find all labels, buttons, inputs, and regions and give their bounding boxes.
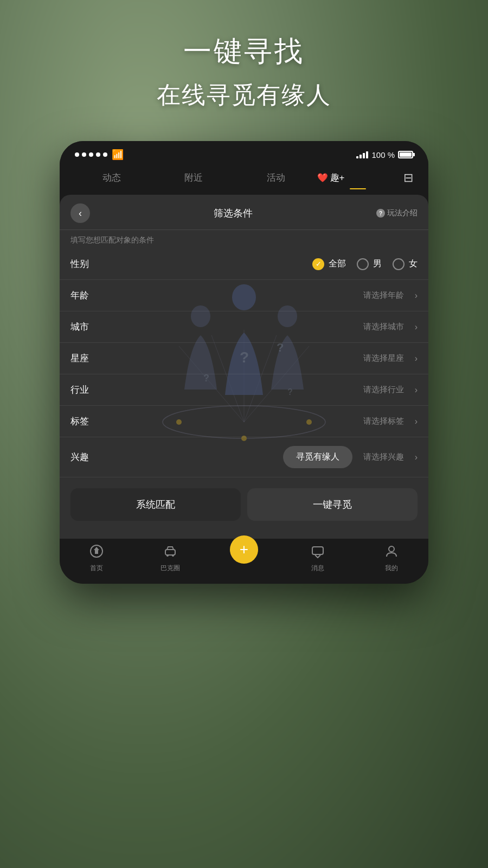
dot-3	[89, 152, 93, 157]
tag-row[interactable]: 标签 请选择标签 ›	[60, 406, 428, 437]
signal-dots	[75, 152, 107, 157]
svg-marker-17	[94, 547, 99, 550]
industry-chevron: ›	[415, 385, 418, 395]
nav-plus[interactable]: +	[207, 544, 281, 573]
city-row[interactable]: 城市 请选择城市 ›	[60, 311, 428, 343]
tag-content: 请选择标签 ›	[100, 416, 418, 426]
tag-label: 标签	[70, 415, 100, 427]
industry-label: 行业	[70, 384, 100, 396]
bar2	[359, 155, 362, 158]
status-right: 100 %	[356, 150, 413, 159]
city-content: 请选择城市 ›	[100, 322, 418, 332]
filter-modal: ‹ 筛选条件 ? 玩法介绍 填写您想匹配对象的条件	[60, 195, 428, 538]
battery-icon	[398, 151, 413, 158]
tab-qu[interactable]: ❤️ 趣+	[317, 167, 400, 188]
heart-icon: ❤️	[317, 173, 328, 183]
cellular-icon	[356, 151, 368, 158]
svg-rect-22	[312, 547, 323, 554]
svg-rect-19	[165, 550, 175, 555]
industry-row[interactable]: 行业 请选择行业 ›	[60, 374, 428, 406]
industry-placeholder: 请选择行业	[363, 385, 404, 395]
plus-button[interactable]: +	[230, 535, 258, 564]
interest-label: 兴趣	[70, 451, 100, 463]
modal-title: 筛选条件	[90, 207, 376, 220]
one-click-search-button[interactable]: 一键寻觅	[247, 488, 418, 521]
age-chevron: ›	[415, 291, 418, 301]
nav-bakequan[interactable]: 巴克圈	[133, 544, 207, 573]
tab-dongtai[interactable]: 动态	[70, 167, 153, 188]
zodiac-label: 星座	[70, 352, 100, 365]
gender-all[interactable]: ✓ 全部	[312, 258, 346, 270]
help-icon: ?	[376, 209, 385, 218]
modal-header: ‹ 筛选条件 ? 玩法介绍	[60, 195, 428, 230]
dot-4	[96, 152, 100, 157]
hero-section: 一键寻找 在线寻觅有缘人	[0, 33, 488, 111]
phone-frame: 📶 100 % 动态 附近 活动 ❤️	[60, 141, 428, 584]
nav-tabs: 动态 附近 活动 ❤️ 趣+ ⊟	[60, 165, 428, 195]
nav-messages-label: 消息	[311, 564, 324, 573]
zodiac-placeholder: 请选择星座	[363, 353, 404, 363]
home-icon	[89, 544, 104, 561]
battery-fill	[400, 152, 412, 157]
interest-search-button[interactable]: 寻觅有缘人	[283, 446, 352, 468]
gender-female[interactable]: 女	[393, 258, 418, 270]
interest-row: 兴趣 寻觅有缘人 请选择兴趣 ›	[60, 437, 428, 477]
battery-percent: 100 %	[371, 150, 395, 159]
form-rows-container: ? ? ? ? 性别 ✓ 全部	[60, 248, 428, 477]
filter-icon[interactable]: ⊟	[399, 171, 418, 185]
industry-content: 请选择行业 ›	[100, 385, 418, 395]
radio-all[interactable]: ✓	[312, 258, 324, 270]
svg-rect-18	[95, 550, 98, 554]
bar4	[366, 151, 368, 158]
system-match-button[interactable]: 系统匹配	[70, 488, 241, 521]
svg-point-20	[166, 554, 169, 557]
dot-2	[82, 152, 86, 157]
zodiac-row[interactable]: 星座 请选择星座 ›	[60, 343, 428, 374]
age-placeholder: 请选择年龄	[363, 290, 404, 301]
gender-row: 性别 ✓ 全部 男 女	[60, 248, 428, 280]
zodiac-content: 请选择星座 ›	[100, 353, 418, 363]
help-link[interactable]: ? 玩法介绍	[376, 208, 418, 218]
status-bar: 📶 100 %	[60, 141, 428, 165]
message-icon	[311, 544, 325, 561]
bar3	[363, 153, 365, 158]
check-icon: ✓	[316, 260, 322, 268]
nav-messages[interactable]: 消息	[281, 544, 355, 573]
radio-male[interactable]	[357, 258, 369, 270]
gender-male[interactable]: 男	[357, 258, 382, 270]
nav-home-label: 首页	[90, 564, 103, 573]
status-left: 📶	[75, 149, 124, 161]
wifi-icon: 📶	[112, 149, 124, 161]
tag-placeholder: 请选择标签	[363, 416, 404, 426]
interest-placeholder: 请选择兴趣	[363, 452, 404, 462]
tag-chevron: ›	[415, 417, 418, 426]
radio-female[interactable]	[393, 258, 404, 270]
svg-point-23	[389, 546, 394, 552]
plus-icon: +	[240, 542, 248, 557]
interest-content: 寻觅有缘人 请选择兴趣 ›	[100, 446, 418, 468]
age-row[interactable]: 年龄 请选择年龄 ›	[60, 280, 428, 311]
instruction-text: 填写您想匹配对象的条件	[60, 230, 428, 248]
person-icon	[384, 544, 399, 561]
city-chevron: ›	[415, 322, 418, 332]
action-buttons: 系统匹配 一键寻觅	[60, 477, 428, 527]
city-placeholder: 请选择城市	[363, 322, 404, 332]
tab-fujin[interactable]: 附近	[153, 167, 235, 188]
gender-label: 性别	[70, 258, 100, 270]
tab-qu-content: ❤️ 趣+	[317, 171, 400, 184]
car-icon	[163, 544, 177, 561]
nav-mine-label: 我的	[385, 564, 398, 573]
nav-bakequan-label: 巴克圈	[160, 564, 180, 573]
tab-huodong[interactable]: 活动	[235, 167, 317, 188]
nav-home[interactable]: 首页	[60, 544, 133, 573]
dot-1	[75, 152, 79, 157]
dot-5	[103, 152, 107, 157]
svg-point-21	[172, 554, 174, 557]
zodiac-chevron: ›	[415, 354, 418, 363]
age-label: 年龄	[70, 289, 100, 302]
hero-subtitle: 在线寻觅有缘人	[0, 79, 488, 111]
interest-chevron: ›	[415, 452, 418, 462]
nav-mine[interactable]: 我的	[355, 544, 428, 573]
bottom-nav: 首页 巴克圈 +	[60, 538, 428, 584]
back-button[interactable]: ‹	[70, 203, 90, 223]
